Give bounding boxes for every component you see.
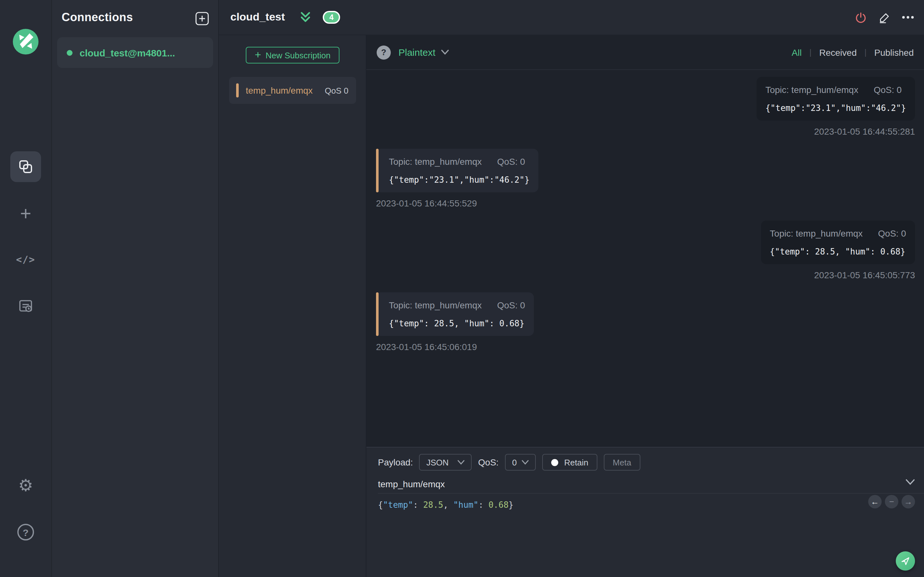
send-icon [900,556,911,566]
code-icon: </> [16,254,35,266]
payload-label: Payload: [378,457,413,467]
subscription-item[interactable]: temp_hum/emqx QoS 0 [229,77,356,104]
connection-workspace: cloud_test 4 [218,0,924,577]
connection-list-item[interactable]: cloud_test@m4801... [57,37,213,68]
message-bubble[interactable]: Topic: temp_hum/emqxQoS: 0{"temp":"23.1"… [756,77,915,121]
message-list[interactable]: Topic: temp_hum/emqxQoS: 0{"temp":"23.1"… [367,70,924,447]
message-timestamp: 2023-01-05 16:45:06:019 [376,342,477,352]
qos-label: QoS: [478,457,499,467]
nav-connections-button[interactable] [10,151,41,182]
message-published: Topic: temp_hum/emqxQoS: 0{"temp": 28.5,… [761,221,915,280]
gear-icon: ⚙ [18,477,33,494]
connections-header: Connections [52,0,218,37]
nav-new-connection-button[interactable]: + [10,199,41,227]
subscription-qos: QoS 0 [325,85,349,95]
topic-input-value: temp_hum/emqx [378,479,445,489]
settings-button[interactable]: ⚙ [10,471,41,500]
message-nav-group: ← − → [868,495,915,508]
connected-status-dot [67,50,73,55]
connections-title: Connections [61,11,133,24]
next-message-button[interactable]: → [901,495,915,508]
help-icon: ? [17,524,34,540]
filter-published[interactable]: Published [874,47,914,57]
editor-token-number: 0.68 [488,500,509,510]
editor-token-punct: : [478,500,488,510]
edit-connection-button[interactable] [878,11,891,24]
message-count-badge: 4 [323,11,340,24]
retain-toggle-dot [551,459,559,466]
retain-toggle[interactable]: Retain [543,454,598,471]
message-topic: Topic: temp_hum/emqx [766,85,858,95]
log-icon [18,299,33,314]
message-bubble[interactable]: Topic: temp_hum/emqxQoS: 0{"temp":"23.1"… [376,149,538,192]
message-qos: QoS: 0 [497,300,525,310]
new-subscription-button[interactable]: + New Subscription [246,47,339,63]
message-meta: Topic: temp_hum/emqxQoS: 0 [770,228,906,239]
chevron-down-icon [457,460,465,465]
message-received: Topic: temp_hum/emqxQoS: 0{"temp":"23.1"… [376,149,538,208]
mqttx-logo-icon [13,29,39,55]
payload-type-value: JSON [426,458,449,467]
qos-select[interactable]: 0 [505,454,536,471]
chevron-down-icon [522,460,529,465]
disconnect-button[interactable] [854,11,867,24]
connection-title: cloud_test [230,11,285,24]
message-topic: Topic: temp_hum/emqx [389,300,481,310]
filter-separator: | [809,47,812,57]
message-bubble[interactable]: Topic: temp_hum/emqxQoS: 0{"temp": 28.5,… [376,292,534,336]
editor-token-punct: , [443,500,453,510]
message-published: Topic: temp_hum/emqxQoS: 0{"temp":"23.1"… [756,77,915,137]
chevron-down-icon [441,49,449,55]
nav-script-button[interactable]: </> [10,245,41,274]
payload-format-select[interactable]: Plaintext [399,47,435,58]
send-button[interactable] [896,551,915,571]
retain-label: Retain [564,458,588,467]
qos-value: 0 [512,458,517,467]
clear-message-button[interactable]: − [885,495,898,508]
connection-topbar: cloud_test 4 [219,0,924,35]
composer-options-row: Payload: JSON QoS: 0 [378,454,924,471]
subscription-topic: temp_hum/emqx [246,85,313,95]
plus-icon: + [20,204,31,223]
topic-input[interactable]: temp_hum/emqx [378,478,924,494]
message-qos: QoS: 0 [874,85,901,95]
message-payload: {"temp": 28.5, "hum": 0.68} [770,247,906,256]
meta-button[interactable]: Meta [604,454,640,471]
message-meta: Topic: temp_hum/emqxQoS: 0 [389,156,529,167]
messages-area: ? Plaintext All | Received | Published [367,35,924,577]
collapse-editor-icon[interactable] [905,479,915,485]
connections-icon [18,159,33,174]
connection-name: cloud_test@m4801... [79,47,175,58]
payload-editor[interactable]: {"temp": 28.5, "hum": 0.68} [378,500,924,510]
message-meta: Topic: temp_hum/emqxQoS: 0 [766,85,906,95]
message-qos: QoS: 0 [497,156,525,167]
message-bubble[interactable]: Topic: temp_hum/emqxQoS: 0{"temp": 28.5,… [761,221,915,264]
editor-token-number: 28.5 [423,500,443,510]
message-payload: {"temp":"23.1","hum":"46.2"} [766,103,906,113]
editor-token-key: "temp" [383,500,413,510]
payload-type-select[interactable]: JSON [419,454,472,471]
meta-label: Meta [613,458,632,467]
plus-icon: + [255,49,261,60]
message-timestamp: 2023-01-05 16:45:05:773 [814,270,915,280]
message-meta: Topic: temp_hum/emqxQoS: 0 [389,300,525,310]
messages-toolbar: ? Plaintext All | Received | Published [367,35,924,70]
nav-log-button[interactable] [10,292,41,321]
new-subscription-label: New Subscription [266,50,330,60]
received-color-bar [376,149,379,192]
collapse-panel-icon[interactable] [299,11,312,23]
filter-received[interactable]: Received [819,47,857,57]
message-payload: {"temp":"23.1","hum":"46.2"} [389,175,529,185]
mqttx-app-window: + </> ⚙ ? Connections [0,0,924,577]
message-qos: QoS: 0 [878,228,906,239]
subscription-color-bar [236,83,239,97]
more-options-button[interactable] [901,11,914,24]
subscriptions-panel: + New Subscription temp_hum/emqx QoS 0 [219,35,367,577]
connections-panel: Connections cloud_test@m4801... [52,0,218,577]
prev-message-button[interactable]: ← [868,495,882,508]
filter-all[interactable]: All [792,47,802,57]
add-connection-button[interactable] [195,11,209,26]
help-button[interactable]: ? [10,518,41,546]
editor-token-punct: : [413,500,423,510]
payload-format-help-icon[interactable]: ? [376,45,391,59]
